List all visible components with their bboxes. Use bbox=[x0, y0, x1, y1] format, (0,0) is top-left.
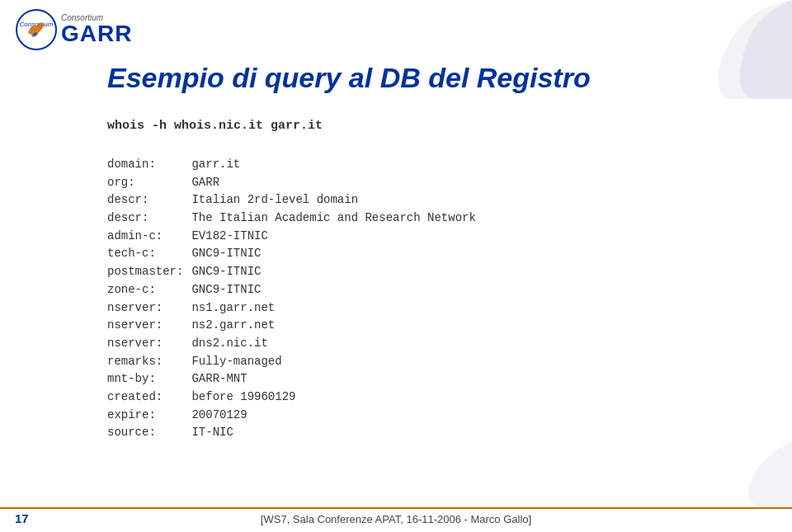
row-value: GARR bbox=[191, 174, 475, 192]
row-value: Italian 2rd-level domain bbox=[191, 191, 475, 210]
table-row: descr:Italian 2rd-level domain bbox=[107, 191, 476, 210]
row-value: EV182-ITNIC bbox=[191, 228, 475, 246]
whois-command: whois -h whois.nic.it garr.it bbox=[107, 119, 776, 133]
row-label: zone-c: bbox=[107, 281, 191, 299]
row-label: source: bbox=[107, 424, 191, 442]
row-value: 20070129 bbox=[191, 407, 475, 425]
row-label: org: bbox=[107, 174, 191, 192]
row-value: dns2.nic.it bbox=[191, 335, 475, 353]
table-row: mnt-by:GARR-MNT bbox=[107, 370, 476, 388]
page-number: 17 bbox=[15, 511, 29, 525]
row-value: ns1.garr.net bbox=[191, 299, 475, 318]
row-value: garr.it bbox=[191, 156, 475, 174]
table-row: zone-c:GNC9-ITNIC bbox=[107, 281, 476, 299]
table-row: expire:20070129 bbox=[107, 407, 476, 425]
table-row: tech-c:GNC9-ITNIC bbox=[107, 245, 476, 263]
row-value: GNC9-ITNIC bbox=[191, 245, 475, 263]
row-label: remarks: bbox=[107, 353, 191, 371]
table-row: created:before 19960129 bbox=[107, 388, 476, 407]
row-label: nserver: bbox=[107, 299, 191, 318]
row-label: expire: bbox=[107, 407, 191, 425]
page-title: Esempio di query al DB del Registro bbox=[107, 62, 776, 94]
row-label: nserver: bbox=[107, 317, 191, 335]
logo-garr-label: GARR bbox=[61, 22, 132, 45]
main-content: Esempio di query al DB del Registro whoi… bbox=[107, 62, 776, 442]
row-label: mnt-by: bbox=[107, 370, 191, 388]
row-label: admin-c: bbox=[107, 228, 191, 246]
table-row: descr:The Italian Academic and Research … bbox=[107, 210, 476, 228]
row-label: descr: bbox=[107, 210, 191, 228]
deco-bottom-right bbox=[710, 441, 792, 507]
row-value: ns2.garr.net bbox=[191, 317, 475, 335]
row-label: created: bbox=[107, 388, 191, 407]
table-row: nserver:dns2.nic.it bbox=[107, 335, 476, 353]
garr-logo-icon: Consortium bbox=[15, 8, 58, 51]
bottom-line bbox=[0, 507, 792, 509]
row-value: GNC9-ITNIC bbox=[191, 263, 475, 281]
table-row: nserver:ns1.garr.net bbox=[107, 299, 476, 318]
row-label: postmaster: bbox=[107, 263, 191, 281]
row-label: nserver: bbox=[107, 335, 191, 353]
row-label: descr: bbox=[107, 191, 191, 210]
table-row: postmaster:GNC9-ITNIC bbox=[107, 263, 476, 281]
result-table: domain:garr.itorg:GARRdescr:Italian 2rd-… bbox=[107, 156, 476, 442]
row-value: GNC9-ITNIC bbox=[191, 281, 475, 299]
row-label: domain: bbox=[107, 156, 191, 174]
row-label: tech-c: bbox=[107, 245, 191, 263]
table-row: source:IT-NIC bbox=[107, 424, 476, 442]
row-value: The Italian Academic and Research Networ… bbox=[191, 210, 475, 228]
row-value: IT-NIC bbox=[191, 424, 475, 442]
query-result: domain:garr.itorg:GARRdescr:Italian 2rd-… bbox=[107, 156, 776, 442]
row-value: GARR-MNT bbox=[191, 370, 475, 388]
table-row: admin-c:EV182-ITNIC bbox=[107, 228, 476, 246]
logo-text: Consortium GARR bbox=[61, 14, 132, 45]
logo: Consortium Consortium GARR bbox=[15, 8, 132, 51]
table-row: nserver:ns2.garr.net bbox=[107, 317, 476, 335]
table-row: domain:garr.it bbox=[107, 156, 476, 174]
row-value: before 19960129 bbox=[191, 388, 475, 407]
table-row: remarks:Fully-managed bbox=[107, 353, 476, 371]
row-value: Fully-managed bbox=[191, 353, 475, 371]
table-row: org:GARR bbox=[107, 174, 476, 192]
footer-text: [WS7, Sala Conferenze APAT, 16-11-2006 -… bbox=[261, 513, 531, 525]
